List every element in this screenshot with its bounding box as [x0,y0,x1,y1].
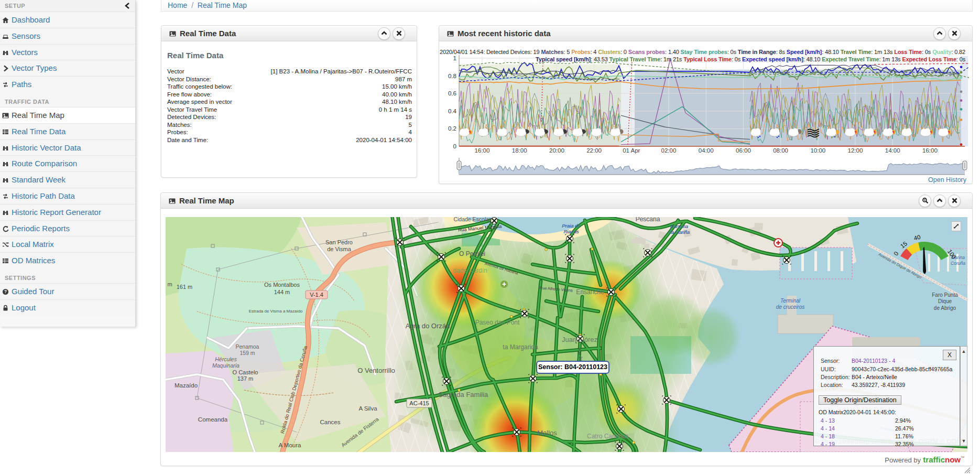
svg-text:1: 1 [453,55,456,61]
svg-text:Agra do Orzán: Agra do Orzán [406,322,450,330]
svg-text:Ensanche: Ensanche [576,288,604,296]
svg-text:Cidade Escolar: Cidade Escolar [453,217,491,222]
svg-text:de cruceiros: de cruceiros [776,304,804,310]
svg-text:Sagrada Familia: Sagrada Familia [439,391,488,398]
svg-text:01 Apr: 01 Apr [623,147,640,154]
svg-text:20:00: 20:00 [549,147,564,154]
svg-text:02:00: 02:00 [661,147,677,154]
svg-text:15: 15 [899,240,908,249]
svg-text:Open History: Open History [928,176,967,184]
svg-text:Hércules: Hércules [215,356,237,362]
svg-text:16:00: 16:00 [475,147,490,154]
svg-text:40: 40 [913,234,921,241]
svg-text:O Perulei: O Perulei [459,250,485,257]
svg-text:Penamoa: Penamoa [236,343,259,350]
svg-text:18:00: 18:00 [512,147,527,154]
svg-text:161 m: 161 m [177,284,193,290]
svg-text:A Silva: A Silva [358,405,377,412]
svg-text:0: 0 [892,251,900,257]
svg-text:m: m [167,281,172,287]
svg-text:Paseo das Pont: Paseo das Pont [475,319,520,326]
svg-text:Pescaria: Pescaria [636,217,660,223]
svg-text:Mazaído: Mazaído [175,382,198,389]
svg-text:Praia de: Praia de [562,223,580,229]
svg-text:Maquinaria: Maquinaria [212,362,239,369]
svg-text:14:00: 14:00 [885,147,900,154]
svg-text:de Abrigo: de Abrigo [934,305,956,311]
svg-text:Estrada de Visma a Mazaído: Estrada de Visma a Mazaído [249,309,303,314]
svg-text:Catro Camiños: Catro Camiños [587,433,629,440]
svg-text:0: 0 [453,143,456,149]
svg-text:Mallos: Mallos [537,429,557,437]
svg-text:dade Xardín: dade Xardín [453,267,487,274]
svg-text:Terminal: Terminal [780,298,801,304]
svg-text:Cances: Cances [320,419,341,425]
svg-text:de Visma: de Visma [327,246,352,252]
svg-text:08:00: 08:00 [773,147,788,154]
svg-text:Juan Flórez: Juan Flórez [562,336,597,343]
svg-text:16:00: 16:00 [922,147,938,154]
svg-text:da Mariña: da Mariña [669,230,690,235]
svg-text:Riazos: Riazos [563,229,579,234]
svg-text:Dársena: Dársena [670,224,688,229]
svg-text:Os Montalbos: Os Montalbos [264,282,300,288]
svg-text:0.2: 0.2 [448,125,456,132]
svg-text:ta Margarida: ta Margarida [503,343,538,351]
svg-text:159 m: 159 m [239,350,255,356]
svg-text:Comeanda: Comeanda [198,416,228,423]
svg-text:10:00: 10:00 [810,147,825,154]
svg-text:AC-415: AC-415 [409,400,429,406]
svg-text:?: ? [4,289,7,294]
svg-text:0.8: 0.8 [448,73,456,79]
svg-text:V-1.4: V-1.4 [310,292,323,298]
svg-text:06:00: 06:00 [736,147,751,154]
svg-text:144 m: 144 m [274,289,290,295]
svg-text:137 m: 137 m [237,375,254,382]
svg-text:22:00: 22:00 [586,147,602,154]
svg-text:04:00: 04:00 [699,147,714,154]
svg-text:O Ventorrillo: O Ventorrillo [357,367,395,374]
svg-text:100: 100 [946,248,957,260]
svg-text:A Moura: A Moura [279,442,301,448]
svg-text:12:00: 12:00 [848,147,863,154]
svg-text:0.6: 0.6 [448,90,456,96]
svg-text:0.4: 0.4 [448,108,457,114]
svg-text:O Castelo: O Castelo [233,369,258,375]
svg-text:San Pedro: San Pedro [325,239,353,245]
